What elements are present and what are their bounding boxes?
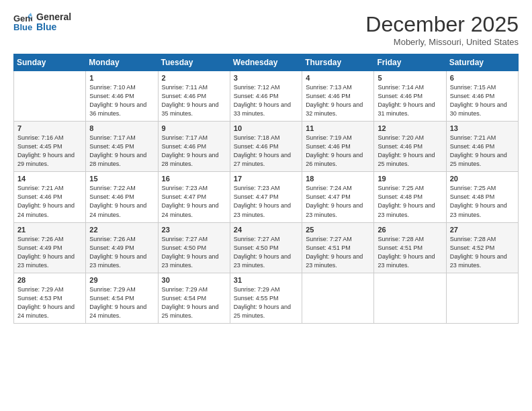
day-info: Sunrise: 7:20 AMSunset: 4:46 PMDaylight:… — [378, 134, 442, 169]
day-info: Sunrise: 7:11 AMSunset: 4:46 PMDaylight:… — [162, 83, 226, 118]
day-info: Sunrise: 7:21 AMSunset: 4:46 PMDaylight:… — [450, 134, 515, 169]
sunrise: Sunrise: 7:28 AM — [450, 236, 496, 242]
sunset: Sunset: 4:52 PM — [450, 244, 495, 251]
day-number: 19 — [378, 175, 442, 183]
sunrise: Sunrise: 7:29 AM — [162, 286, 208, 293]
sunrise: Sunrise: 7:25 AM — [378, 185, 424, 191]
day-number: 15 — [89, 175, 154, 183]
sunset: Sunset: 4:55 PM — [234, 295, 279, 302]
sunrise: Sunrise: 7:17 AM — [89, 134, 136, 141]
day-number: 27 — [450, 226, 515, 234]
sunset: Sunset: 4:46 PM — [306, 143, 351, 150]
day-cell: 14Sunrise: 7:21 AMSunset: 4:46 PMDayligh… — [14, 172, 86, 222]
sunset: Sunset: 4:46 PM — [89, 93, 134, 99]
sunset: Sunset: 4:46 PM — [306, 93, 351, 99]
day-number: 28 — [17, 276, 82, 284]
day-cell: 5Sunrise: 7:14 AMSunset: 4:46 PMDaylight… — [374, 71, 446, 122]
sunrise: Sunrise: 7:20 AM — [378, 134, 424, 141]
day-info: Sunrise: 7:14 AMSunset: 4:46 PMDaylight:… — [378, 83, 442, 118]
day-info: Sunrise: 7:24 AMSunset: 4:47 PMDaylight:… — [306, 184, 370, 219]
header-day-tuesday: Tuesday — [158, 54, 230, 71]
day-info: Sunrise: 7:18 AMSunset: 4:46 PMDaylight:… — [234, 134, 298, 169]
daylight: Daylight: 9 hours and 35 minutes. — [162, 101, 219, 117]
day-number: 31 — [234, 276, 298, 284]
header: General Blue General Blue December 2025 … — [13, 12, 519, 47]
sunset: Sunset: 4:46 PM — [234, 93, 279, 99]
day-number: 11 — [306, 124, 370, 132]
header-day-saturday: Saturday — [446, 54, 518, 71]
day-number: 10 — [234, 124, 298, 132]
sunset: Sunset: 4:46 PM — [17, 193, 62, 200]
day-number: 6 — [450, 74, 515, 82]
sunrise: Sunrise: 7:27 AM — [162, 236, 208, 242]
day-cell: 29Sunrise: 7:29 AMSunset: 4:54 PMDayligh… — [86, 273, 158, 323]
day-cell: 28Sunrise: 7:29 AMSunset: 4:53 PMDayligh… — [14, 273, 86, 323]
day-cell: 27Sunrise: 7:28 AMSunset: 4:52 PMDayligh… — [446, 222, 518, 273]
day-number: 22 — [89, 226, 154, 234]
daylight: Daylight: 9 hours and 23 minutes. — [162, 253, 219, 269]
day-cell: 8Sunrise: 7:17 AMSunset: 4:45 PMDaylight… — [86, 122, 158, 172]
day-info: Sunrise: 7:17 AMSunset: 4:46 PMDaylight:… — [162, 134, 226, 169]
day-cell — [446, 273, 518, 323]
sunset: Sunset: 4:46 PM — [450, 93, 495, 99]
sunrise: Sunrise: 7:24 AM — [306, 185, 352, 191]
sunrise: Sunrise: 7:12 AM — [234, 84, 280, 91]
day-cell: 23Sunrise: 7:27 AMSunset: 4:50 PMDayligh… — [158, 222, 230, 273]
day-info: Sunrise: 7:28 AMSunset: 4:52 PMDaylight:… — [450, 235, 515, 270]
day-cell: 1Sunrise: 7:10 AMSunset: 4:46 PMDaylight… — [86, 71, 158, 122]
daylight: Daylight: 9 hours and 26 minutes. — [306, 152, 363, 167]
sunset: Sunset: 4:54 PM — [162, 295, 207, 302]
day-number: 13 — [450, 124, 515, 132]
sunrise: Sunrise: 7:16 AM — [17, 134, 64, 141]
week-row-0: 1Sunrise: 7:10 AMSunset: 4:46 PMDaylight… — [14, 71, 519, 122]
day-info: Sunrise: 7:26 AMSunset: 4:49 PMDaylight:… — [89, 235, 154, 270]
sunset: Sunset: 4:50 PM — [162, 244, 207, 251]
sunrise: Sunrise: 7:18 AM — [234, 134, 280, 141]
sunset: Sunset: 4:46 PM — [450, 143, 495, 150]
daylight: Daylight: 9 hours and 25 minutes. — [234, 304, 291, 319]
sunset: Sunset: 4:45 PM — [17, 143, 62, 150]
day-cell: 18Sunrise: 7:24 AMSunset: 4:47 PMDayligh… — [302, 172, 374, 222]
sunrise: Sunrise: 7:29 AM — [234, 286, 280, 293]
day-info: Sunrise: 7:22 AMSunset: 4:46 PMDaylight:… — [89, 184, 154, 219]
day-number: 1 — [89, 74, 154, 82]
sunset: Sunset: 4:48 PM — [378, 193, 423, 200]
sunset: Sunset: 4:53 PM — [17, 295, 62, 302]
month-title: December 2025 — [365, 12, 519, 37]
title-block: December 2025 Moberly, Missouri, United … — [365, 12, 519, 47]
daylight: Daylight: 9 hours and 24 minutes. — [89, 202, 146, 218]
day-cell: 31Sunrise: 7:29 AMSunset: 4:55 PMDayligh… — [230, 273, 302, 323]
daylight: Daylight: 9 hours and 24 minutes. — [89, 304, 146, 319]
day-info: Sunrise: 7:25 AMSunset: 4:48 PMDaylight:… — [450, 184, 515, 219]
day-number: 5 — [378, 74, 442, 82]
day-info: Sunrise: 7:29 AMSunset: 4:55 PMDaylight:… — [234, 285, 298, 320]
header-day-wednesday: Wednesday — [230, 54, 302, 71]
day-cell: 4Sunrise: 7:13 AMSunset: 4:46 PMDaylight… — [302, 71, 374, 122]
location: Moberly, Missouri, United States — [365, 37, 519, 47]
daylight: Daylight: 9 hours and 25 minutes. — [450, 152, 507, 167]
day-number: 18 — [306, 175, 370, 183]
sunrise: Sunrise: 7:27 AM — [306, 236, 352, 242]
sunrise: Sunrise: 7:26 AM — [89, 236, 136, 242]
day-cell: 3Sunrise: 7:12 AMSunset: 4:46 PMDaylight… — [230, 71, 302, 122]
sunrise: Sunrise: 7:14 AM — [378, 84, 424, 91]
sunrise: Sunrise: 7:25 AM — [450, 185, 496, 191]
day-cell: 2Sunrise: 7:11 AMSunset: 4:46 PMDaylight… — [158, 71, 230, 122]
daylight: Daylight: 9 hours and 25 minutes. — [378, 152, 435, 167]
week-row-1: 7Sunrise: 7:16 AMSunset: 4:45 PMDaylight… — [14, 122, 519, 172]
day-info: Sunrise: 7:15 AMSunset: 4:46 PMDaylight:… — [450, 83, 515, 118]
daylight: Daylight: 9 hours and 23 minutes. — [234, 253, 291, 269]
sunrise: Sunrise: 7:13 AM — [306, 84, 352, 91]
sunrise: Sunrise: 7:29 AM — [89, 286, 136, 293]
sunset: Sunset: 4:46 PM — [378, 93, 423, 99]
sunrise: Sunrise: 7:17 AM — [162, 134, 208, 141]
sunrise: Sunrise: 7:27 AM — [234, 236, 280, 242]
sunrise: Sunrise: 7:10 AM — [89, 84, 136, 91]
calendar-page: General Blue General Blue December 2025 … — [0, 0, 532, 411]
sunrise: Sunrise: 7:21 AM — [17, 185, 64, 191]
day-cell: 11Sunrise: 7:19 AMSunset: 4:46 PMDayligh… — [302, 122, 374, 172]
day-cell: 26Sunrise: 7:28 AMSunset: 4:51 PMDayligh… — [374, 222, 446, 273]
sunset: Sunset: 4:49 PM — [89, 244, 134, 251]
day-number: 26 — [378, 226, 442, 234]
day-info: Sunrise: 7:25 AMSunset: 4:48 PMDaylight:… — [378, 184, 442, 219]
